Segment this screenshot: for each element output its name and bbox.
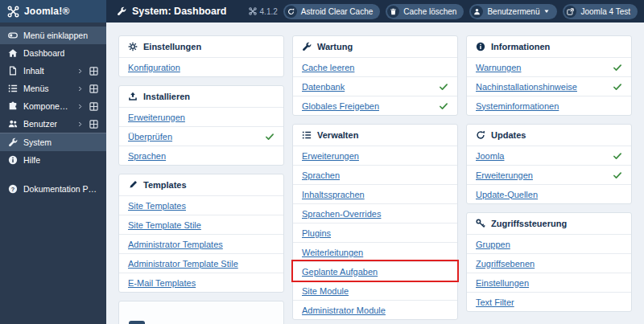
sidebar-item-inhalt[interactable]: Inhalt	[0, 62, 106, 80]
link-zugriffsebenen[interactable]: Zugriffsebenen	[476, 259, 535, 269]
wrench-icon	[117, 6, 126, 16]
card-row-erweiterungen: Erweiterungen	[293, 146, 457, 165]
sidebar-item-label: Hilfe	[23, 155, 40, 165]
card-row-einstellungen: Einstellungen	[467, 273, 631, 292]
link-administrator-templates[interactable]: Administrator Templates	[128, 240, 223, 249]
card-updates: UpdatesJoomlaErweiterungenUpdate-Quellen	[466, 124, 632, 204]
sidebar-item-men-s[interactable]: Menüs	[0, 80, 106, 97]
card-header: Templates	[119, 174, 283, 195]
chevron-right-icon[interactable]	[77, 103, 83, 110]
topbar-button-astroid-clear-cache[interactable]: Astroid Clear Cache	[283, 4, 380, 19]
link-sprachen[interactable]: Sprachen	[128, 151, 166, 161]
link-joomla[interactable]: Joomla	[476, 151, 504, 161]
card-header: Zugriffssteuerung	[467, 213, 631, 234]
card-row-sprachen-overrides: Sprachen-Overrides	[293, 203, 457, 223]
link-erweiterungen[interactable]: Erweiterungen	[128, 113, 185, 122]
sidebar-item-label: System	[23, 137, 52, 147]
topbar-button-joomla-4-test[interactable]: Joomla 4 Test	[563, 4, 638, 19]
sidebar-item-dokumentation-pdf[interactable]: ?Dokumentation PDF	[0, 180, 106, 198]
sidebar-item-dashboard[interactable]: Dashboard	[0, 44, 106, 62]
card-header: Installieren	[119, 86, 283, 107]
card-row-sprachen: Sprachen	[119, 146, 283, 165]
link-geplante-aufgaben[interactable]: Geplante Aufgaben	[302, 267, 378, 277]
link-datenbank[interactable]: Datenbank	[302, 82, 345, 92]
card-row-administrator-templates: Administrator Templates	[119, 234, 283, 253]
trash-icon	[387, 6, 399, 18]
link-inhaltssprachen[interactable]: Inhaltssprachen	[302, 190, 365, 199]
card-row-datenbank: Datenbank	[293, 76, 457, 96]
dashboard-main: EinstellungenKonfigurationInstallierenEr…	[106, 23, 644, 324]
topbar-button-benutzermen[interactable]: Benutzermenü	[469, 4, 557, 19]
link-systeminformationen[interactable]: Systeminformationen	[476, 101, 559, 111]
link-site-module[interactable]: Site Module	[302, 286, 349, 296]
card-einstellungen: EinstellungenKonfiguration	[118, 35, 284, 77]
card-row-administrator-template-stile: Administrator Template Stile	[119, 253, 283, 273]
chevron-right-icon[interactable]	[77, 85, 83, 92]
sidebar-item-label: Komponenten	[23, 101, 72, 111]
card-row-globales-freigeben: Globales Freigeben	[293, 96, 457, 115]
check-icon	[439, 101, 448, 111]
card-row-site-module: Site Module	[293, 281, 457, 300]
card-row-weiterleitungen: Weiterleitungen	[293, 242, 457, 261]
link-nachinstallationshinweise[interactable]: Nachinstallationshinweise	[476, 82, 577, 92]
menu-list-icon	[8, 84, 18, 93]
link-gruppen[interactable]: Gruppen	[476, 240, 510, 249]
link-site-template-stile[interactable]: Site Template Stile	[128, 220, 201, 230]
sidebar-item-komponenten[interactable]: Komponenten	[0, 97, 106, 115]
link-warnungen[interactable]: Warnungen	[476, 63, 521, 72]
link-erweiterungen[interactable]: Erweiterungen	[476, 170, 533, 180]
link-cache-leeren[interactable]: Cache leeren	[302, 63, 354, 72]
link-sprachen[interactable]: Sprachen	[302, 170, 340, 180]
card-row-inhaltssprachen: Inhaltssprachen	[293, 184, 457, 203]
card-header: Updates	[467, 125, 631, 146]
puzzle-icon	[8, 101, 18, 111]
link-text-filter[interactable]: Text Filter	[476, 297, 514, 307]
link-weiterleitungen[interactable]: Weiterleitungen	[302, 248, 363, 257]
link-erweiterungen[interactable]: Erweiterungen	[302, 151, 359, 161]
link-site-templates[interactable]: Site Templates	[128, 201, 186, 211]
sidebar-item-benutzer[interactable]: Benutzer	[0, 115, 106, 133]
card-row-nachinstallationshinweise: Nachinstallationshinweise	[467, 76, 631, 96]
topbar-button-cache-l-schen[interactable]: Cache löschen	[386, 4, 464, 19]
card-title: Templates	[143, 180, 187, 190]
sidebar-item-controls	[77, 102, 98, 111]
grid-icon[interactable]	[89, 84, 98, 93]
sidebar-item-men-einklappen[interactable]: Menü einklappen	[0, 27, 106, 44]
chevron-right-icon[interactable]	[77, 121, 83, 128]
link-berpr-fen[interactable]: Überprüfen	[128, 132, 172, 141]
card-row-cache-leeren: Cache leeren	[293, 57, 457, 76]
card-title: Installieren	[143, 92, 190, 101]
wrench-icon	[302, 42, 312, 51]
link-administrator-module[interactable]: Administrator Module	[302, 306, 386, 315]
sidebar-item-label: Dokumentation PDF	[23, 184, 98, 194]
check-icon	[613, 82, 622, 92]
sidebar-item-hilfe[interactable]: Hilfe	[0, 151, 106, 169]
link-sprachen-overrides[interactable]: Sprachen-Overrides	[302, 209, 381, 219]
link-konfiguration[interactable]: Konfiguration	[128, 63, 180, 72]
sidebar-item-system[interactable]: System	[0, 133, 106, 151]
grid-icon[interactable]	[89, 102, 98, 111]
card-title: Verwalten	[317, 130, 358, 140]
joomla-brand[interactable]: Joomla!®	[0, 0, 106, 23]
check-icon	[613, 63, 622, 72]
card-header: Verwalten	[293, 125, 457, 146]
user-icon	[471, 6, 483, 18]
card-title: Einstellungen	[143, 42, 201, 51]
card-row-warnungen: Warnungen	[467, 57, 631, 76]
link-einstellungen[interactable]: Einstellungen	[476, 278, 529, 288]
link-update-quellen[interactable]: Update-Quellen	[476, 190, 538, 199]
link-e-mail-templates[interactable]: E-Mail Templates	[128, 278, 196, 288]
add-module-button[interactable]	[129, 321, 145, 324]
link-plugins[interactable]: Plugins	[302, 228, 331, 238]
brush-icon	[128, 180, 138, 190]
grid-icon[interactable]	[89, 120, 98, 129]
grid-icon[interactable]	[89, 67, 98, 76]
link-globales-freigeben[interactable]: Globales Freigeben	[302, 101, 379, 111]
chevron-right-icon[interactable]	[77, 68, 83, 75]
link-administrator-template-stile[interactable]: Administrator Template Stile	[128, 259, 238, 269]
wrench-icon	[8, 137, 18, 147]
check-icon	[613, 170, 622, 180]
external-link-icon	[564, 6, 576, 18]
users-icon	[8, 119, 18, 129]
card-row-erweiterungen: Erweiterungen	[467, 165, 631, 184]
